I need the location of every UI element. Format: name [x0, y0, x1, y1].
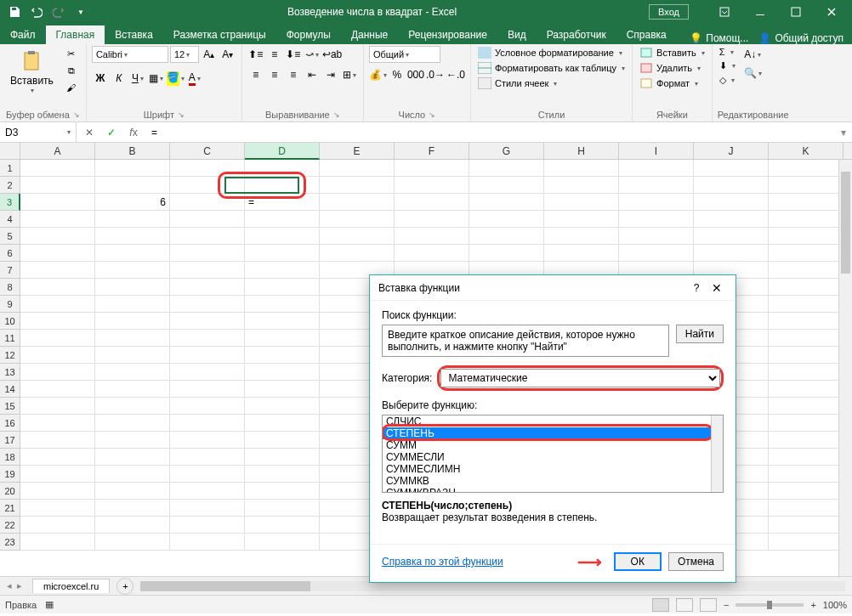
align-bottom-icon[interactable]: ⬇≡: [285, 46, 302, 63]
cell[interactable]: [694, 245, 769, 262]
cancel-button[interactable]: Отмена: [668, 552, 724, 571]
cell-styles-button[interactable]: Стили ячеек▾: [476, 76, 627, 90]
cell[interactable]: [170, 415, 245, 432]
cell[interactable]: [170, 398, 245, 415]
cell[interactable]: [95, 364, 170, 381]
cell[interactable]: [95, 330, 170, 347]
ribbon-tab-файл[interactable]: Файл: [0, 25, 46, 44]
cell[interactable]: [20, 398, 95, 415]
sheet-nav-next-icon[interactable]: ▸: [17, 580, 22, 591]
row-header[interactable]: 17: [0, 432, 20, 449]
indent-inc-icon[interactable]: ⇥: [322, 66, 339, 83]
cell[interactable]: [769, 517, 843, 534]
cell[interactable]: [95, 449, 170, 466]
function-help-link[interactable]: Справка по этой функции: [382, 556, 503, 568]
cell[interactable]: [769, 381, 843, 398]
cell[interactable]: [395, 177, 469, 194]
cell[interactable]: [245, 211, 320, 228]
select-all-corner[interactable]: [0, 143, 20, 160]
ribbon-tab-вид[interactable]: Вид: [497, 25, 537, 44]
insert-function-icon[interactable]: fx: [126, 125, 141, 140]
col-header[interactable]: D: [245, 143, 320, 160]
col-header[interactable]: K: [769, 143, 843, 160]
row-header[interactable]: 23: [0, 534, 20, 551]
category-select[interactable]: Математические: [440, 369, 720, 387]
cell[interactable]: [20, 160, 95, 177]
cell[interactable]: =: [245, 194, 320, 211]
ribbon-tab-разметка страницы[interactable]: Разметка страницы: [163, 25, 276, 44]
cell[interactable]: [170, 228, 245, 245]
sheet-nav-prev-icon[interactable]: ◂: [7, 580, 12, 591]
ribbon-tab-рецензирование[interactable]: Рецензирование: [398, 25, 497, 44]
launcher-icon[interactable]: ↘: [178, 110, 185, 119]
find-button[interactable]: Найти: [676, 325, 724, 343]
row-header[interactable]: 9: [0, 296, 20, 313]
cell[interactable]: [170, 211, 245, 228]
cell[interactable]: [95, 296, 170, 313]
format-cells-button[interactable]: Формат▾: [638, 76, 707, 90]
cell[interactable]: [769, 500, 843, 517]
cell[interactable]: [170, 177, 245, 194]
cell[interactable]: [170, 517, 245, 534]
find-select-icon[interactable]: 🔍▾: [744, 65, 762, 82]
page-layout-view-icon[interactable]: [676, 598, 693, 612]
col-header[interactable]: C: [170, 143, 245, 160]
normal-view-icon[interactable]: [652, 598, 669, 612]
row-header[interactable]: 2: [0, 177, 20, 194]
fill-color-icon[interactable]: 🪣▾: [167, 70, 185, 87]
cell[interactable]: [245, 381, 320, 398]
row-header[interactable]: 10: [0, 313, 20, 330]
cell[interactable]: [769, 364, 843, 381]
align-top-icon[interactable]: ⬆≡: [247, 46, 264, 63]
cell[interactable]: [769, 415, 843, 432]
cell[interactable]: [20, 296, 95, 313]
align-right-icon[interactable]: ≡: [285, 66, 302, 83]
cell[interactable]: [769, 279, 843, 296]
cell[interactable]: [20, 279, 95, 296]
row-header[interactable]: 1: [0, 160, 20, 177]
font-color-icon[interactable]: A▾: [186, 70, 203, 87]
macro-record-icon[interactable]: ▦: [45, 599, 54, 610]
cell[interactable]: [544, 194, 619, 211]
merge-icon[interactable]: ⊞▾: [341, 66, 358, 83]
cell[interactable]: [469, 245, 544, 262]
cell[interactable]: [544, 211, 619, 228]
zoom-level[interactable]: 100%: [823, 600, 847, 610]
ribbon-tab-данные[interactable]: Данные: [341, 25, 398, 44]
cell[interactable]: [395, 228, 469, 245]
cell[interactable]: [245, 398, 320, 415]
row-header[interactable]: 16: [0, 415, 20, 432]
row-header[interactable]: 13: [0, 364, 20, 381]
row-header[interactable]: 8: [0, 279, 20, 296]
zoom-slider[interactable]: [736, 603, 804, 607]
cell[interactable]: [20, 432, 95, 449]
row-header[interactable]: 4: [0, 211, 20, 228]
cell[interactable]: [469, 194, 544, 211]
row-header[interactable]: 5: [0, 228, 20, 245]
add-sheet-button[interactable]: +: [116, 578, 133, 595]
cell[interactable]: [20, 313, 95, 330]
cell[interactable]: [245, 432, 320, 449]
ok-button[interactable]: ОК: [614, 552, 662, 571]
cell[interactable]: [769, 313, 843, 330]
login-button[interactable]: Вход: [649, 4, 689, 20]
col-header[interactable]: B: [95, 143, 170, 160]
cell[interactable]: [245, 279, 320, 296]
cancel-formula-icon[interactable]: ✕: [82, 125, 97, 140]
cell[interactable]: [619, 177, 694, 194]
cell[interactable]: [170, 279, 245, 296]
font-size-select[interactable]: 12▾: [170, 46, 199, 63]
cell[interactable]: [95, 347, 170, 364]
cell[interactable]: [694, 194, 769, 211]
maximize-icon[interactable]: [779, 0, 813, 24]
cell[interactable]: [245, 364, 320, 381]
italic-button[interactable]: К: [111, 70, 128, 87]
cell[interactable]: [245, 347, 320, 364]
cell[interactable]: [95, 534, 170, 551]
cell[interactable]: [544, 160, 619, 177]
ribbon-tab-разработчик[interactable]: Разработчик: [537, 25, 616, 44]
format-painter-icon[interactable]: 🖌: [62, 80, 81, 95]
cell[interactable]: [694, 160, 769, 177]
vertical-scrollbar[interactable]: [838, 160, 852, 576]
cell[interactable]: [769, 347, 843, 364]
